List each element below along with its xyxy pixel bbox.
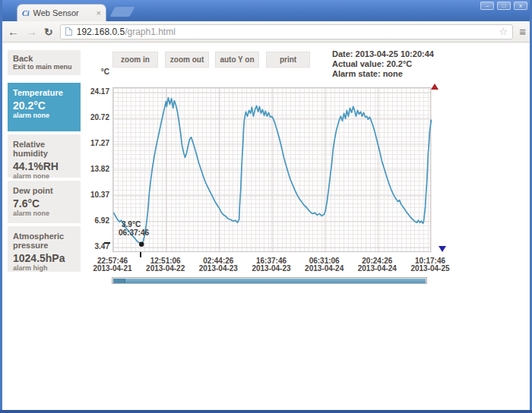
title-bar: Ci Web Sensor × – □ x bbox=[0, 0, 532, 21]
channel-alarm: alarm none bbox=[13, 210, 75, 217]
zoom-out-button[interactable]: zoom out bbox=[165, 52, 209, 68]
window-border-bottom bbox=[0, 410, 532, 413]
y-axis-unit: °C bbox=[76, 68, 109, 76]
url-path: /graph1.html bbox=[125, 27, 499, 37]
zoom-in-button[interactable]: zoom in bbox=[112, 52, 158, 68]
channel-alarm: alarm none bbox=[13, 112, 75, 119]
x-axis-tick-label: 12:51:062013-04-22 bbox=[139, 257, 192, 273]
channel-value: 1024.5hPa bbox=[13, 253, 75, 264]
channel-label: Dew point bbox=[13, 186, 75, 195]
url-host: 192.168.0.5 bbox=[77, 27, 125, 37]
print-button[interactable]: print bbox=[266, 52, 310, 68]
y-scale-up-arrow[interactable] bbox=[431, 84, 439, 90]
y-axis-tick-label: 13.82 bbox=[76, 165, 109, 174]
browser-window: Ci Web Sensor × – □ x ← → ↻ 192.168.0.5 … bbox=[0, 0, 532, 413]
sidebar-item-temperature[interactable]: Temperature 20.2°C alarm none bbox=[8, 83, 81, 131]
forward-icon: → bbox=[26, 25, 37, 38]
sidebar-item-humidity[interactable]: Relative humidity 44.1%RH alarm none bbox=[8, 134, 81, 178]
status-date: Date: 2013-04-25 10:20:44 bbox=[332, 49, 434, 59]
y-axis-tick-label: 24.17 bbox=[76, 87, 109, 96]
time-range-scrollbar[interactable] bbox=[112, 277, 427, 284]
browser-toolbar: ← → ↻ 192.168.0.5 /graph1.html ☆ ≡ bbox=[0, 21, 532, 43]
maximize-button[interactable]: □ bbox=[497, 2, 511, 10]
x-axis-tick-label: 22:57:462013-04-21 bbox=[86, 257, 139, 273]
channel-label: Atmospheric pressure bbox=[13, 232, 75, 250]
channel-value: 20.2°C bbox=[13, 100, 75, 112]
x-axis-tick-label: 06:31:062013-04-24 bbox=[298, 257, 351, 273]
y-axis-tick-label: 20.72 bbox=[76, 113, 109, 122]
status-alarm: Alarm state: none bbox=[332, 69, 434, 79]
cursor-time-label: 06:37:46 bbox=[119, 229, 149, 237]
page-content: Back Exit to main menu Temperature 20.2°… bbox=[2, 43, 530, 410]
x-axis-tick-label: 02:44:262013-04-23 bbox=[192, 257, 245, 273]
auto-y-button[interactable]: auto Y on bbox=[215, 52, 259, 68]
menu-icon[interactable]: ≡ bbox=[519, 25, 526, 38]
site-favicon: Ci bbox=[22, 9, 29, 17]
x-axis-tick-label: 10:17:462013-04-25 bbox=[404, 257, 457, 273]
channel-label: Temperature bbox=[13, 88, 75, 97]
cursor-value-label: 3.9°C bbox=[122, 220, 141, 229]
plot-canvas bbox=[113, 88, 432, 253]
channel-alarm: alarm high bbox=[13, 264, 75, 272]
browser-tab[interactable]: Ci Web Sensor × bbox=[17, 4, 106, 21]
x-axis-tick-label: 20:24:262013-04-24 bbox=[350, 257, 404, 273]
back-icon[interactable]: ← bbox=[8, 25, 19, 38]
address-bar[interactable]: 192.168.0.5 /graph1.html ☆ bbox=[60, 24, 514, 39]
new-tab-button[interactable] bbox=[110, 7, 135, 17]
sidebar-item-back[interactable]: Back Exit to main menu bbox=[8, 50, 81, 75]
tab-close-icon[interactable]: × bbox=[97, 8, 101, 17]
status-value: Actual value: 20.2°C bbox=[332, 59, 434, 69]
scrollbar-fill bbox=[113, 279, 426, 283]
close-button[interactable]: x bbox=[514, 2, 527, 10]
window-border-left bbox=[0, 0, 2, 413]
minimize-button[interactable]: – bbox=[480, 2, 494, 10]
sidebar-item-dew-point[interactable]: Dew point 7.6°C alarm none bbox=[8, 181, 81, 223]
channel-value: 44.1%RH bbox=[13, 161, 75, 172]
channel-value: 7.6°C bbox=[13, 198, 75, 210]
back-title: Back bbox=[13, 54, 75, 63]
channel-label: Relative humidity bbox=[13, 140, 75, 158]
window-controls: – □ x bbox=[480, 2, 527, 10]
temperature-chart: °C 24.1720.7217.2713.8210.376.923.47 3.9… bbox=[112, 87, 431, 252]
scrollbar-grip[interactable] bbox=[113, 279, 125, 283]
sidebar-item-pressure[interactable]: Atmospheric pressure 1024.5hPa alarm hig… bbox=[8, 226, 81, 272]
page-icon bbox=[65, 27, 72, 36]
y-axis-tick-label: 6.92 bbox=[76, 216, 109, 225]
cursor-x-tick bbox=[140, 252, 141, 257]
back-subtitle: Exit to main menu bbox=[13, 63, 75, 71]
bookmark-star-icon[interactable]: ☆ bbox=[499, 26, 508, 37]
status-block: Date: 2013-04-25 10:20:44 Actual value: … bbox=[332, 49, 434, 79]
plot-area[interactable] bbox=[112, 87, 431, 252]
tab-title: Web Sensor bbox=[33, 8, 93, 17]
cursor-point-marker bbox=[139, 242, 144, 247]
y-axis-tick-label: 17.27 bbox=[76, 139, 109, 148]
y-axis-tick-label: 10.37 bbox=[76, 191, 109, 200]
reload-icon[interactable]: ↻ bbox=[44, 26, 53, 38]
y-scale-down-arrow[interactable] bbox=[439, 246, 446, 252]
cursor-y-tick bbox=[104, 242, 110, 244]
channel-alarm: alarm none bbox=[13, 172, 75, 180]
x-axis-tick-label: 16:37:462013-04-23 bbox=[245, 257, 298, 273]
